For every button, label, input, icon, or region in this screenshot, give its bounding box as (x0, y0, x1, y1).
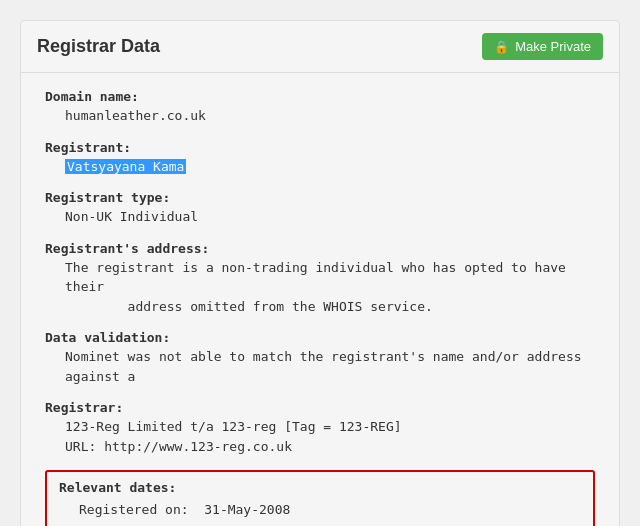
data-validation-label: Data validation: (45, 330, 595, 345)
registrar-line1: 123-Reg Limited t/a 123-reg [Tag = 123-R… (45, 417, 595, 437)
registrar-data-card: Registrar Data 🔒 Make Private Domain nam… (20, 20, 620, 526)
data-validation-field: Data validation: Nominet was not able to… (45, 330, 595, 386)
relevant-dates-label: Relevant dates: (59, 480, 581, 495)
registrant-type-field: Registrant type: Non-UK Individual (45, 190, 595, 227)
make-private-label: Make Private (515, 39, 591, 54)
registrant-field: Registrant: Vatsyayana Kama (45, 140, 595, 177)
registrant-highlight: Vatsyayana Kama (65, 159, 186, 174)
registrants-address-label: Registrant's address: (45, 241, 595, 256)
domain-name-value: humanleather.co.uk (45, 106, 595, 126)
registrants-address-value: The registrant is a non-trading individu… (45, 258, 595, 317)
registered-on-row: Registered on: 31-May-2008 (59, 499, 581, 521)
expiry-date-row: Expiry date: 31-May-2018 (59, 521, 581, 526)
relevant-dates-box: Relevant dates: Registered on: 31-May-20… (45, 470, 595, 526)
lock-icon: 🔒 (494, 40, 509, 54)
registrar-label: Registrar: (45, 400, 595, 415)
card-header: Registrar Data 🔒 Make Private (21, 21, 619, 73)
registrant-label: Registrant: (45, 140, 595, 155)
registrants-address-field: Registrant's address: The registrant is … (45, 241, 595, 317)
registrant-type-value: Non-UK Individual (45, 207, 595, 227)
registrar-field: Registrar: 123-Reg Limited t/a 123-reg [… (45, 400, 595, 456)
registrar-line2: URL: http://www.123-reg.co.uk (45, 437, 595, 457)
registrant-type-label: Registrant type: (45, 190, 595, 205)
card-body: Domain name: humanleather.co.uk Registra… (21, 73, 619, 526)
registered-on-label: Registered on: (79, 502, 189, 517)
domain-name-field: Domain name: humanleather.co.uk (45, 89, 595, 126)
domain-name-label: Domain name: (45, 89, 595, 104)
page-title: Registrar Data (37, 36, 160, 57)
make-private-button[interactable]: 🔒 Make Private (482, 33, 603, 60)
registered-on-value: 31-May-2008 (204, 502, 290, 517)
data-validation-value: Nominet was not able to match the regist… (45, 347, 595, 386)
registrant-value: Vatsyayana Kama (45, 157, 595, 177)
